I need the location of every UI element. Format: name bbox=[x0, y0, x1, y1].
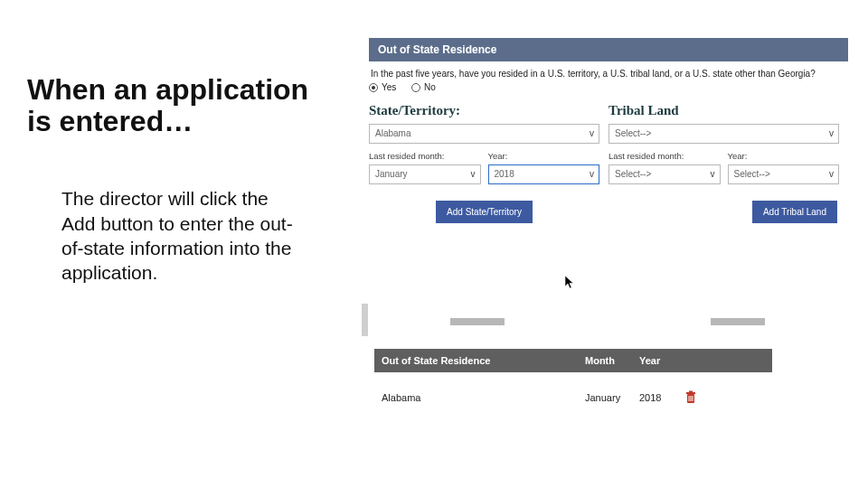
trash-icon[interactable] bbox=[684, 390, 697, 405]
state-year-value: 2018 bbox=[495, 169, 514, 179]
scrollbar-fragment[interactable] bbox=[362, 304, 368, 336]
slide: When an application is entered… The dire… bbox=[0, 0, 868, 488]
grey-bar bbox=[711, 318, 765, 325]
cursor-icon bbox=[564, 275, 575, 289]
radio-dot-off-icon bbox=[411, 83, 420, 92]
radio-dot-on-icon bbox=[369, 83, 378, 92]
radio-yes-label: Yes bbox=[382, 82, 396, 92]
tribal-month-value: Select--> bbox=[615, 169, 651, 179]
state-year-label: Year: bbox=[488, 144, 600, 164]
state-column: State/Territory: Alabama Last resided mo… bbox=[369, 99, 609, 223]
svg-rect-5 bbox=[693, 396, 693, 401]
form-header: Out of State Residence bbox=[369, 38, 848, 61]
tribal-year-value: Select--> bbox=[734, 169, 770, 179]
table-header: Out of State Residence Month Year bbox=[374, 349, 772, 372]
cell-residence: Alabama bbox=[374, 389, 578, 407]
svg-rect-4 bbox=[691, 396, 692, 401]
slide-body: The director will click the Add button t… bbox=[61, 186, 306, 285]
state-year-select[interactable]: 2018 bbox=[488, 164, 600, 184]
cell-year: 2018 bbox=[632, 389, 677, 407]
cell-month: January bbox=[578, 389, 632, 407]
tribal-year-label: Year: bbox=[728, 144, 840, 164]
th-year: Year bbox=[632, 349, 677, 372]
radio-no-label: No bbox=[424, 82, 436, 92]
tribal-month-label: Last resided month: bbox=[609, 144, 721, 164]
state-month-select[interactable]: January bbox=[369, 164, 481, 184]
state-select-value: Alabama bbox=[375, 128, 410, 138]
radio-no[interactable]: No bbox=[411, 82, 436, 92]
th-actions bbox=[677, 349, 772, 372]
radio-group: Yes No bbox=[369, 82, 848, 99]
state-select[interactable]: Alabama bbox=[369, 124, 599, 144]
tribal-column: Tribal Land Select--> Last resided month… bbox=[609, 99, 848, 223]
radio-yes[interactable]: Yes bbox=[369, 82, 396, 92]
form-screenshot: Out of State Residence In the past five … bbox=[369, 38, 848, 223]
add-tribal-button[interactable]: Add Tribal Land bbox=[752, 201, 837, 223]
question-text: In the past five years, have you resided… bbox=[369, 61, 848, 82]
state-heading: State/Territory: bbox=[369, 99, 599, 124]
state-month-label: Last resided month: bbox=[369, 144, 481, 164]
tribal-year-select[interactable]: Select--> bbox=[728, 164, 840, 184]
svg-rect-1 bbox=[686, 392, 695, 394]
tribal-select-value: Select--> bbox=[615, 128, 651, 138]
svg-rect-2 bbox=[689, 391, 693, 393]
tribal-select[interactable]: Select--> bbox=[609, 124, 839, 144]
th-residence: Out of State Residence bbox=[374, 349, 578, 372]
state-month-value: January bbox=[375, 169, 408, 179]
slide-title: When an application is entered… bbox=[27, 74, 326, 137]
left-column: When an application is entered… The dire… bbox=[27, 74, 326, 286]
svg-rect-3 bbox=[689, 396, 690, 401]
results-table: Out of State Residence Month Year Alabam… bbox=[374, 349, 772, 408]
tribal-month-select[interactable]: Select--> bbox=[609, 164, 721, 184]
table-row: Alabama January 2018 bbox=[374, 372, 772, 408]
tribal-heading: Tribal Land bbox=[609, 99, 839, 124]
add-state-button[interactable]: Add State/Territory bbox=[436, 201, 533, 223]
grey-bar bbox=[450, 318, 505, 325]
th-month: Month bbox=[578, 349, 632, 372]
